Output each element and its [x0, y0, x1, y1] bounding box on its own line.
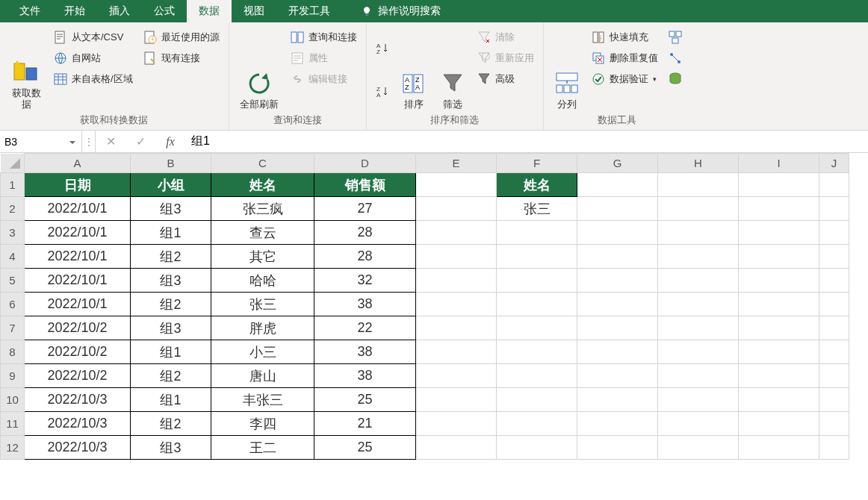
cell-I12[interactable]	[739, 436, 819, 460]
cell-D9[interactable]: 38	[314, 364, 416, 388]
cell-F1[interactable]: 姓名	[497, 173, 577, 197]
name-box-input[interactable]	[4, 136, 57, 148]
cell-C5[interactable]: 哈哈	[211, 269, 314, 293]
cell-E1[interactable]	[416, 173, 497, 197]
cell-B7[interactable]: 组3	[131, 316, 211, 340]
cell-C3[interactable]: 查云	[211, 221, 314, 245]
cell-B12[interactable]: 组3	[131, 436, 211, 460]
cell-B11[interactable]: 组2	[131, 412, 211, 436]
cell-J5[interactable]	[819, 269, 849, 293]
dropdown-icon[interactable]	[68, 137, 77, 146]
cell-G4[interactable]	[577, 245, 658, 269]
cell-C9[interactable]: 唐山	[211, 364, 314, 388]
cell-G10[interactable]	[577, 388, 658, 412]
cell-H10[interactable]	[658, 388, 739, 412]
cell-A10[interactable]: 2022/10/3	[25, 388, 131, 412]
cell-E4[interactable]	[416, 245, 497, 269]
cell-C4[interactable]: 其它	[211, 245, 314, 269]
formula-input[interactable]	[185, 135, 868, 149]
tab-data[interactable]: 数据	[187, 0, 232, 22]
cell-B5[interactable]: 组3	[131, 269, 211, 293]
cell-E10[interactable]	[416, 388, 497, 412]
reapply-button[interactable]: 重新应用	[474, 49, 537, 67]
cell-G5[interactable]	[577, 269, 658, 293]
cell-C10[interactable]: 丰张三	[211, 388, 314, 412]
cell-B6[interactable]: 组2	[131, 293, 211, 316]
column-header-C[interactable]: C	[211, 154, 314, 173]
text-to-columns-button[interactable]: 分列	[550, 27, 584, 112]
queries-connections-button[interactable]: 查询和连接	[288, 28, 360, 46]
from-text-csv-button[interactable]: 从文本/CSV	[51, 28, 136, 46]
tell-me-search[interactable]: 操作说明搜索	[350, 0, 453, 22]
cell-J4[interactable]	[819, 245, 849, 269]
cell-J12[interactable]	[819, 436, 849, 460]
properties-button[interactable]: 属性	[288, 49, 360, 67]
cell-B4[interactable]: 组2	[131, 245, 211, 269]
cell-E11[interactable]	[416, 412, 497, 436]
existing-connections-button[interactable]: 现有连接	[140, 49, 223, 67]
tab-home[interactable]: 开始	[52, 0, 97, 22]
cell-C1[interactable]: 姓名	[211, 173, 314, 197]
cell-H6[interactable]	[658, 293, 739, 316]
cell-E7[interactable]	[416, 316, 497, 340]
row-header-9[interactable]: 9	[1, 364, 25, 388]
tab-formulas[interactable]: 公式	[142, 0, 187, 22]
row-header-4[interactable]: 4	[1, 245, 25, 269]
cell-I11[interactable]	[739, 412, 819, 436]
refresh-all-button[interactable]: 全部刷新	[235, 27, 283, 112]
cell-D8[interactable]: 38	[314, 340, 416, 364]
cell-E2[interactable]	[416, 197, 497, 221]
cell-G7[interactable]	[577, 316, 658, 340]
tab-view[interactable]: 视图	[232, 0, 276, 22]
cell-B10[interactable]: 组1	[131, 388, 211, 412]
data-validation-button[interactable]: 数据验证 ▾	[589, 70, 661, 88]
cell-H5[interactable]	[658, 269, 739, 293]
cell-H7[interactable]	[658, 316, 739, 340]
column-header-D[interactable]: D	[314, 154, 416, 173]
cell-H11[interactable]	[658, 412, 739, 436]
cell-B2[interactable]: 组3	[131, 197, 211, 221]
cell-H8[interactable]	[658, 340, 739, 364]
cell-I4[interactable]	[739, 245, 819, 269]
column-header-B[interactable]: B	[131, 154, 211, 173]
cell-C11[interactable]: 李四	[211, 412, 314, 436]
cell-G8[interactable]	[577, 340, 658, 364]
cell-J3[interactable]	[819, 221, 849, 245]
cell-G11[interactable]	[577, 412, 658, 436]
cell-I2[interactable]	[739, 197, 819, 221]
cell-A12[interactable]: 2022/10/3	[25, 436, 131, 460]
data-model-button[interactable]	[666, 70, 685, 88]
cell-I8[interactable]	[739, 340, 819, 364]
column-header-A[interactable]: A	[25, 154, 131, 173]
from-table-range-button[interactable]: 来自表格/区域	[51, 70, 136, 88]
get-data-button[interactable]: 获取数 据	[6, 27, 46, 112]
cell-B3[interactable]: 组1	[131, 221, 211, 245]
tab-file[interactable]: 文件	[7, 0, 52, 22]
cell-I6[interactable]	[739, 293, 819, 316]
advanced-filter-button[interactable]: 高级	[474, 70, 537, 88]
cell-C8[interactable]: 小三	[211, 340, 314, 364]
cell-E8[interactable]	[416, 340, 497, 364]
column-header-J[interactable]: J	[819, 154, 849, 173]
row-header-3[interactable]: 3	[1, 221, 25, 245]
cell-H12[interactable]	[658, 436, 739, 460]
cell-A4[interactable]: 2022/10/1	[25, 245, 131, 269]
fx-icon[interactable]: fx	[155, 135, 185, 149]
cell-H9[interactable]	[658, 364, 739, 388]
cell-A1[interactable]: 日期	[25, 173, 131, 197]
cell-C2[interactable]: 张三疯	[211, 197, 314, 221]
cell-J11[interactable]	[819, 412, 849, 436]
cell-F8[interactable]	[497, 340, 577, 364]
column-header-H[interactable]: H	[658, 154, 739, 173]
cell-F12[interactable]	[497, 436, 577, 460]
cell-J8[interactable]	[819, 340, 849, 364]
enter-icon[interactable]: ✓	[125, 134, 155, 149]
cell-G2[interactable]	[577, 197, 658, 221]
cell-J10[interactable]	[819, 388, 849, 412]
cell-D6[interactable]: 38	[314, 293, 416, 316]
relationships-button[interactable]	[666, 49, 685, 67]
cell-F9[interactable]	[497, 364, 577, 388]
cell-B1[interactable]: 小组	[131, 173, 211, 197]
cell-A7[interactable]: 2022/10/2	[25, 316, 131, 340]
cell-H1[interactable]	[658, 173, 739, 197]
